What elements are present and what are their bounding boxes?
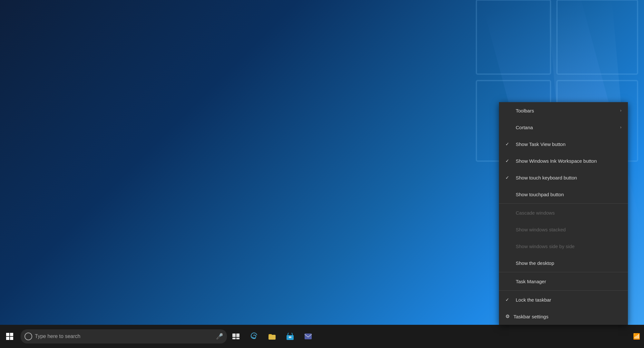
label-show-ink-workspace: Show Windows Ink Workspace button [516, 158, 597, 164]
svg-rect-0 [476, 0, 551, 74]
label-taskbar-settings: Taskbar settings [513, 314, 548, 319]
search-bar[interactable]: Type here to search 🎤 [21, 329, 227, 343]
search-circle-icon [24, 333, 32, 340]
check-show-touch-keyboard: ✓ [505, 175, 512, 180]
divider-divider2 [499, 272, 628, 272]
menu-item-show-touch-keyboard[interactable]: ✓Show touch keyboard button [499, 169, 628, 186]
search-placeholder-text: Type here to search [35, 334, 213, 339]
check-show-task-view: ✓ [505, 141, 512, 147]
gear-icon: ⚙ [505, 314, 510, 319]
menu-item-lock-taskbar[interactable]: ✓Lock the taskbar [499, 291, 628, 308]
label-show-task-view: Show Task View button [516, 141, 566, 147]
svg-rect-9 [236, 334, 239, 337]
taskbar-right-area: 📶 [633, 333, 644, 340]
divider-divider1 [499, 203, 628, 204]
edge-button[interactable] [245, 325, 263, 348]
svg-rect-5 [10, 333, 13, 336]
file-explorer-button[interactable] [263, 325, 281, 348]
svg-rect-8 [232, 334, 236, 337]
svg-rect-10 [232, 338, 236, 339]
label-toolbars: Toolbars [516, 108, 534, 113]
taskbar: Type here to search 🎤 [0, 325, 644, 348]
label-show-side-by-side: Show windows side by side [516, 244, 575, 249]
divider-divider3 [499, 290, 628, 291]
task-view-button[interactable] [227, 325, 245, 348]
menu-item-show-touchpad[interactable]: Show touchpad button [499, 186, 628, 203]
start-button[interactable] [0, 325, 19, 348]
svg-rect-14 [289, 336, 291, 338]
microphone-icon: 🎤 [216, 333, 223, 340]
wifi-icon: 📶 [633, 333, 640, 340]
menu-item-show-stacked: Show windows stacked [499, 221, 628, 238]
menu-item-show-side-by-side: Show windows side by side [499, 238, 628, 255]
label-show-stacked: Show windows stacked [516, 227, 566, 232]
menu-item-show-desktop[interactable]: Show the desktop [499, 255, 628, 271]
label-show-desktop: Show the desktop [516, 260, 554, 266]
label-task-manager: Task Manager [516, 279, 546, 284]
menu-item-cortana[interactable]: Cortana› [499, 119, 628, 136]
menu-item-show-task-view[interactable]: ✓Show Task View button [499, 136, 628, 152]
menu-item-cascade-windows: Cascade windows [499, 204, 628, 221]
menu-item-toolbars[interactable]: Toolbars› [499, 102, 628, 119]
store-button[interactable] [281, 325, 299, 348]
menu-item-taskbar-settings[interactable]: ⚙Taskbar settings [499, 308, 628, 325]
check-lock-taskbar: ✓ [505, 297, 512, 302]
svg-rect-12 [268, 335, 276, 340]
menu-item-task-manager[interactable]: Task Manager [499, 273, 628, 290]
mail-button[interactable] [299, 325, 317, 348]
label-cortana: Cortana [516, 125, 533, 130]
svg-rect-4 [6, 333, 9, 336]
arrow-cortana: › [620, 125, 621, 130]
label-show-touch-keyboard: Show touch keyboard button [516, 175, 577, 180]
context-menu: Toolbars›Cortana›✓Show Task View button✓… [499, 102, 628, 325]
svg-rect-1 [557, 0, 638, 74]
svg-rect-15 [305, 334, 312, 339]
check-show-ink-workspace: ✓ [505, 158, 512, 163]
label-lock-taskbar: Lock the taskbar [516, 297, 551, 303]
label-cascade-windows: Cascade windows [516, 210, 555, 216]
label-show-touchpad: Show touchpad button [516, 192, 564, 197]
svg-rect-6 [6, 337, 9, 340]
arrow-toolbars: › [620, 108, 621, 113]
svg-rect-7 [10, 337, 13, 340]
menu-item-show-ink-workspace[interactable]: ✓Show Windows Ink Workspace button [499, 152, 628, 169]
svg-rect-11 [236, 338, 239, 339]
